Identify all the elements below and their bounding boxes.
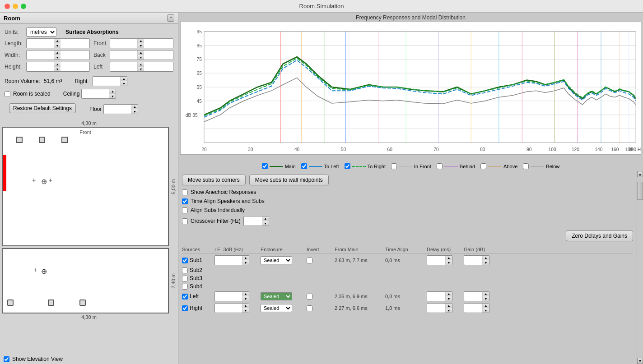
height-up-btn[interactable]: ▲ xyxy=(54,62,61,67)
length-input[interactable]: 5,00 m xyxy=(27,39,54,48)
crossover-checkbox[interactable] xyxy=(182,218,188,224)
left-lf-down[interactable]: ▼ xyxy=(242,296,249,301)
right-checkbox[interactable] xyxy=(182,305,188,311)
left-delay-down[interactable]: ▼ xyxy=(446,296,452,301)
right-gain-input[interactable]: 0 xyxy=(464,304,482,313)
sub1-lf-up[interactable]: ▲ xyxy=(242,256,249,260)
ceiling-input[interactable]: 0,10 xyxy=(82,89,109,98)
sub1-delay-input[interactable]: 0 xyxy=(427,256,445,265)
ceiling-down-btn[interactable]: ▼ xyxy=(109,94,116,98)
length-up-btn[interactable]: ▲ xyxy=(54,39,61,43)
sub1-delay-down[interactable]: ▼ xyxy=(446,260,452,265)
elevation-room[interactable]: ⊕ + xyxy=(2,248,169,313)
right-lf-down[interactable]: ▼ xyxy=(242,308,249,313)
sub1-lf-input[interactable]: 30 xyxy=(215,256,242,265)
crossover-input[interactable]: 80 xyxy=(244,217,262,226)
floor-up-btn[interactable]: ▲ xyxy=(131,105,138,109)
scroll-thumb[interactable] xyxy=(637,182,643,200)
sub-icon-2[interactable]: + xyxy=(49,176,52,184)
left-lf-input[interactable]: 80 xyxy=(215,292,242,301)
time-align-checkbox[interactable] xyxy=(182,198,188,204)
minimize-button[interactable] xyxy=(13,4,18,9)
right-lf-up[interactable]: ▲ xyxy=(242,304,249,308)
sub2-checkbox[interactable] xyxy=(182,267,188,273)
legend-right-checkbox[interactable] xyxy=(345,163,350,169)
length-down-btn[interactable]: ▼ xyxy=(54,43,61,48)
move-subs-wall-button[interactable]: Move subs to wall midpoints xyxy=(249,175,329,185)
left-delay-up[interactable]: ▲ xyxy=(446,292,452,296)
legend-above-checkbox[interactable] xyxy=(480,163,486,169)
sub-icon-1[interactable]: + xyxy=(32,176,36,184)
back-input[interactable]: 0,10 xyxy=(110,51,137,60)
right-up-btn[interactable]: ▲ xyxy=(121,77,127,81)
left-delay-input[interactable]: 0 xyxy=(427,292,445,301)
crossover-up-btn[interactable]: ▲ xyxy=(262,217,269,221)
sub1-delay-up[interactable]: ▲ xyxy=(446,256,452,260)
align-subs-checkbox[interactable] xyxy=(182,207,188,213)
height-input[interactable]: 2,40 m xyxy=(27,62,54,71)
floor-plan-room[interactable]: Front ⊕ + + xyxy=(2,127,169,246)
width-down-btn[interactable]: ▼ xyxy=(54,55,61,60)
left-enclosure-select[interactable]: Sealed Ported xyxy=(261,292,292,300)
close-button[interactable] xyxy=(5,4,10,9)
left-input[interactable]: 0,10 xyxy=(110,62,137,71)
show-anechoic-checkbox[interactable] xyxy=(182,189,188,195)
move-subs-corners-button[interactable]: Move subs to corners xyxy=(182,175,246,185)
right-delay-input[interactable]: 0 xyxy=(427,304,445,313)
height-down-btn[interactable]: ▼ xyxy=(54,67,61,71)
zero-delays-button[interactable]: Zero Delays and Gains xyxy=(566,230,633,241)
right-input[interactable]: 0,10 xyxy=(93,77,120,86)
back-up-btn[interactable]: ▲ xyxy=(138,51,144,55)
units-select[interactable]: metres feet xyxy=(26,28,56,37)
left-down-btn[interactable]: ▼ xyxy=(138,67,144,71)
floor-down-btn[interactable]: ▼ xyxy=(131,109,138,114)
listener-elevation-plus[interactable]: + xyxy=(33,266,37,273)
sub3-checkbox[interactable] xyxy=(182,276,188,281)
right-delay-down[interactable]: ▼ xyxy=(446,308,452,313)
scrollbar-track[interactable]: ▲ ▼ xyxy=(637,171,643,364)
show-elevation-checkbox[interactable] xyxy=(4,356,9,362)
legend-left-checkbox[interactable] xyxy=(301,163,307,169)
legend-below-checkbox[interactable] xyxy=(523,163,529,169)
sub1-gain-input[interactable]: 0 xyxy=(464,256,482,265)
front-down-btn[interactable]: ▼ xyxy=(138,43,144,48)
front-up-btn[interactable]: ▲ xyxy=(138,39,144,43)
listener-elevation-crosshair[interactable]: ⊕ xyxy=(41,267,47,276)
room-sealed-checkbox[interactable] xyxy=(5,91,10,97)
scroll-up-button[interactable]: ▲ xyxy=(637,171,643,177)
sub1-invert-checkbox[interactable] xyxy=(307,258,312,263)
sub1-enclosure-select[interactable]: Sealed Ported xyxy=(261,256,292,264)
right-lf-input[interactable]: 80 xyxy=(215,304,242,313)
sub1-gain-down[interactable]: ▼ xyxy=(483,260,489,265)
sub1-checkbox[interactable] xyxy=(182,258,188,263)
left-gain-up[interactable]: ▲ xyxy=(483,292,489,296)
left-invert-checkbox[interactable] xyxy=(307,294,312,299)
collapse-button[interactable]: ⌃ xyxy=(167,14,174,22)
right-delay-up[interactable]: ▲ xyxy=(446,304,452,308)
listener-crosshair[interactable]: ⊕ xyxy=(41,177,47,186)
maximize-button[interactable] xyxy=(21,4,26,9)
crossover-down-btn[interactable]: ▼ xyxy=(262,221,269,226)
right-invert-checkbox[interactable] xyxy=(307,305,312,311)
right-gain-up[interactable]: ▲ xyxy=(483,304,489,308)
left-up-btn[interactable]: ▲ xyxy=(138,62,144,67)
width-input[interactable]: 4,30 m xyxy=(27,51,54,60)
left-gain-down[interactable]: ▼ xyxy=(483,296,489,301)
left-gain-input[interactable]: 0 xyxy=(464,292,482,301)
ceiling-up-btn[interactable]: ▲ xyxy=(109,89,116,94)
right-enclosure-select[interactable]: Sealed Ported xyxy=(261,304,292,312)
front-input[interactable]: 0,10 xyxy=(110,39,137,48)
legend-behind-checkbox[interactable] xyxy=(437,163,443,169)
sub1-gain-up[interactable]: ▲ xyxy=(483,256,489,260)
floor-input[interactable]: 0,15 xyxy=(104,105,131,114)
scroll-down-button[interactable]: ▼ xyxy=(637,358,643,364)
restore-defaults-button[interactable]: Restore Default Settings xyxy=(9,103,76,113)
sub1-lf-down[interactable]: ▼ xyxy=(242,260,249,265)
right-down-btn[interactable]: ▼ xyxy=(121,81,127,86)
left-lf-up[interactable]: ▲ xyxy=(242,292,249,296)
right-gain-down[interactable]: ▼ xyxy=(483,308,489,313)
legend-in-front-checkbox[interactable] xyxy=(391,163,397,169)
sub4-checkbox[interactable] xyxy=(182,284,188,290)
left-checkbox[interactable] xyxy=(182,294,188,299)
width-up-btn[interactable]: ▲ xyxy=(54,51,61,55)
